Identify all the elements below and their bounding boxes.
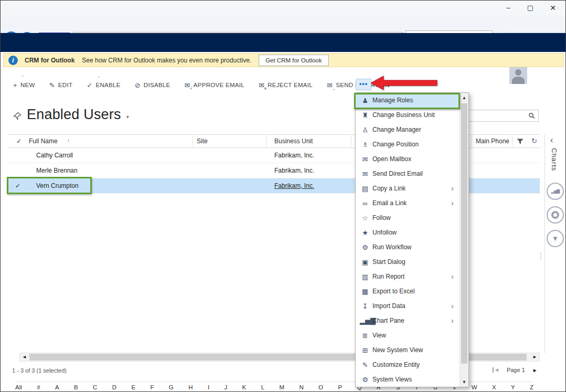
menu-item[interactable]: ✎ Customize Entity: [356, 357, 460, 372]
command-icon: ✓: [87, 81, 92, 89]
charts-pane-label[interactable]: Charts: [550, 148, 558, 171]
next-page-icon[interactable]: ►: [532, 367, 538, 373]
minimize-button[interactable]: –: [498, 1, 519, 15]
get-crm-outlook-button[interactable]: Get CRM for Outlook: [259, 55, 328, 66]
alphabet-filter-item[interactable]: Z: [530, 384, 533, 390]
alphabet-filter-item[interactable]: W: [472, 384, 477, 390]
menu-item[interactable]: ✉ Send Direct Email: [356, 166, 460, 181]
view-selector-chevron-icon[interactable]: ▾: [126, 114, 129, 120]
alphabet-filter-item[interactable]: N: [299, 384, 303, 390]
menu-item[interactable]: ▣ Start Dialog: [356, 255, 460, 269]
alphabet-filter-item[interactable]: H: [188, 384, 193, 390]
command-icon: ✉→: [327, 81, 333, 89]
pane-splitter-handle[interactable]: ⋮: [537, 253, 544, 258]
menu-item[interactable]: ▥ Run Report ›: [356, 269, 460, 284]
alphabet-filter-item[interactable]: K: [242, 384, 247, 390]
donut-shape: [551, 211, 559, 219]
grid-search-icon[interactable]: [529, 113, 533, 118]
menu-item[interactable]: ∞ Email a Link ›: [356, 196, 460, 210]
command-button[interactable]: ✉✕ REJECT EMAIL: [259, 81, 313, 89]
alphabet-filter-item[interactable]: M: [279, 384, 284, 390]
menu-item[interactable]: ↧ Import Data ›: [356, 299, 460, 313]
menu-item-icon: ⊞: [360, 346, 370, 354]
funnel-chart-icon[interactable]: ▼: [547, 230, 564, 247]
alphabet-filter-item[interactable]: #: [37, 384, 40, 390]
command-label: DISABLE: [144, 82, 170, 88]
menu-item-label: View: [372, 332, 386, 339]
scroll-left-icon[interactable]: ◄: [20, 353, 29, 361]
alphabet-filter-item[interactable]: E: [131, 384, 135, 390]
menu-item[interactable]: ⚙ System Views: [356, 372, 460, 387]
cell-full-name[interactable]: Merle Brennan: [36, 167, 78, 174]
alphabet-filter-item[interactable]: D: [112, 384, 116, 390]
cell-business-unit[interactable]: Fabrikam, Inc.: [274, 182, 314, 189]
column-header-main-phone[interactable]: Main Phone: [476, 137, 509, 145]
command-button[interactable]: ✎ EDIT: [49, 81, 73, 89]
menu-item[interactable]: ♗ Change Position: [356, 137, 460, 152]
alphabet-filter-item[interactable]: X: [492, 384, 496, 390]
command-label: APPROVE EMAIL: [194, 82, 244, 88]
close-button[interactable]: ✕: [541, 1, 565, 15]
alphabet-filter-item[interactable]: I: [208, 384, 209, 390]
grid-refresh-icon[interactable]: ↻: [531, 137, 537, 145]
bar-chart-icon[interactable]: ▂▅▇: [547, 183, 564, 200]
command-icon: ⊘: [135, 81, 141, 89]
alphabet-filter-item[interactable]: All: [15, 384, 22, 390]
menu-item-icon: ✉: [360, 155, 370, 163]
command-button[interactable]: ✉✓ APPROVE EMAIL: [185, 81, 244, 89]
menu-item[interactable]: ▦ Export to Excel: [356, 284, 460, 299]
menu-scrollbar[interactable]: ▲ ▼: [460, 93, 468, 387]
menu-item[interactable]: ✉ Open Mailbox: [356, 152, 460, 166]
alphabet-filter-item[interactable]: A: [55, 384, 59, 390]
menu-item[interactable]: ★ Unfollow: [356, 225, 460, 240]
menu-item-label: Unfollow: [372, 229, 397, 236]
alphabet-filter-item[interactable]: L: [261, 384, 264, 390]
command-button[interactable]: + NEW: [13, 81, 35, 89]
avatar[interactable]: [509, 66, 527, 84]
scroll-down-icon[interactable]: ▼: [460, 377, 468, 387]
alphabet-filter-item[interactable]: C: [93, 384, 97, 390]
browser-toolbar: ← → InPrivate https://fabrikamorg.crm.dy…: [1, 15, 565, 33]
menu-item-icon: ▤: [360, 185, 370, 193]
column-header-site[interactable]: Site: [197, 137, 208, 145]
menu-item[interactable]: ≣ View: [356, 328, 460, 343]
alphabet-filter-item[interactable]: B: [74, 384, 78, 390]
more-commands-button[interactable]: •••: [356, 79, 371, 90]
maximize-button[interactable]: ▢: [520, 1, 541, 15]
menu-scrollbar-thumb[interactable]: [461, 103, 467, 364]
column-header-full-name[interactable]: Full Name: [29, 137, 58, 145]
pie-chart-icon[interactable]: [547, 206, 564, 224]
scroll-up-icon[interactable]: ▲: [460, 93, 468, 102]
help-icon[interactable]: ?: [551, 70, 556, 79]
user-info[interactable]: Cathy Carroll Fabrikam, Inc.: [447, 68, 505, 83]
cell-business-unit[interactable]: Fabrikam, Inc.: [274, 152, 314, 159]
menu-item[interactable]: ⊞ New System View: [356, 343, 460, 357]
command-button[interactable]: ⊘ DISABLE: [135, 81, 170, 89]
menu-item[interactable]: ☆ Follow: [356, 210, 460, 225]
menu-item[interactable]: ⚙ Run Workflow: [356, 240, 460, 255]
alphabet-filter-item[interactable]: F: [150, 384, 154, 390]
charts-expand-chevron-icon[interactable]: ‹: [550, 135, 553, 145]
info-icon: i: [8, 56, 18, 65]
menu-item[interactable]: ♜ Change Business Unit: [356, 108, 460, 122]
alphabet-filter-item[interactable]: Y: [511, 384, 515, 390]
alphabet-filter-item[interactable]: G: [169, 384, 174, 390]
menu-item-icon: ✉: [360, 170, 370, 178]
alphabet-filter-item[interactable]: O: [318, 384, 323, 390]
menu-item[interactable]: ▤ Copy a Link ›: [356, 181, 460, 196]
menu-item-icon: ♙: [360, 126, 370, 134]
first-page-icon[interactable]: ◄: [493, 367, 499, 373]
command-button[interactable]: ✓ ENABLE: [87, 81, 120, 89]
cell-full-name[interactable]: Cathy Carroll: [36, 152, 73, 159]
alphabet-filter-item[interactable]: P: [338, 384, 342, 390]
select-all-check-icon[interactable]: ✓: [16, 137, 22, 145]
menu-item[interactable]: ♙ Change Manager: [356, 122, 460, 137]
window-titlebar: – ▢ ✕: [1, 1, 565, 15]
filter-funnel-icon[interactable]: [517, 139, 524, 145]
column-header-business-unit[interactable]: Business Unit: [274, 137, 313, 145]
cell-business-unit[interactable]: Fabrikam, Inc.: [274, 167, 314, 174]
alphabet-filter-item[interactable]: J: [224, 384, 227, 390]
crm-options-gear-icon[interactable]: ⚙: [533, 70, 541, 81]
scroll-right-icon[interactable]: ►: [530, 353, 539, 361]
menu-item[interactable]: ▂▅▇ Chart Pane ›: [356, 313, 460, 328]
